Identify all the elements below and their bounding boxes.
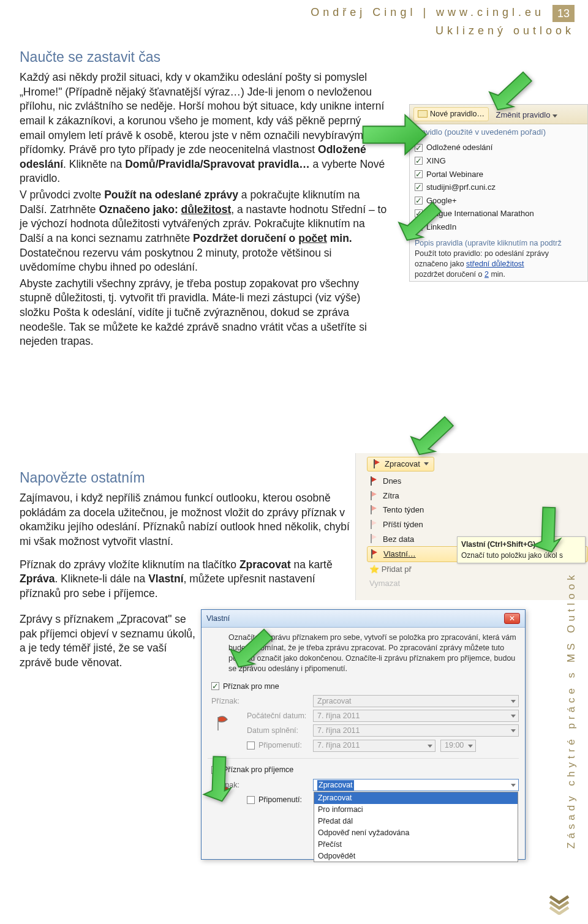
page-number: 13 xyxy=(552,5,575,22)
rule-item[interactable]: LinkedIn xyxy=(410,220,587,234)
change-rule-button[interactable]: Změnit pravidlo xyxy=(496,110,558,119)
section2-title: Napovězte ostatním xyxy=(20,468,350,487)
header-author: Ondřej Cingl | www.cingl.eu xyxy=(311,5,545,20)
rule-item[interactable]: Odložené odeslání xyxy=(410,141,587,154)
section1-body2: V průvodci zvolte Použít na odeslané zpr… xyxy=(20,188,387,275)
section2-body3: Zprávy s příznakem „Zpracovat" se pak př… xyxy=(20,612,197,670)
flag-icon xyxy=(372,459,381,469)
rules-caption: Pravidlo (použité v uvedeném pořadí) xyxy=(410,124,587,140)
svg-point-0 xyxy=(216,792,224,800)
flag-icon xyxy=(369,476,378,486)
close-button[interactable]: ✕ xyxy=(504,613,520,624)
flag-icon xyxy=(369,505,378,515)
recipient-flag-dropdown[interactable]: Zpracovat Zpracovat Pro informaci Předat… xyxy=(313,779,519,791)
section2-body2: Příznak do zprávy vložíte kliknutím na t… xyxy=(20,558,350,601)
checkbox-icon[interactable] xyxy=(415,170,423,178)
checkbox-icon[interactable] xyxy=(415,144,423,152)
footer-chevrons-icon xyxy=(549,894,570,919)
due-date-dropdown[interactable]: 7. října 2011 xyxy=(313,724,519,737)
followup-menu-screenshot: Zpracovat Dnes Zítra Tento týden Příští … xyxy=(355,453,588,600)
checkbox-icon[interactable] xyxy=(415,209,423,217)
section1-title: Naučte se zastavit čas xyxy=(20,48,387,67)
checkbox-icon[interactable] xyxy=(211,766,219,774)
dropdown-option[interactable]: Odpovědět xyxy=(314,851,518,862)
header-subtitle: Uklizený outlook xyxy=(311,23,575,38)
checkbox-icon[interactable] xyxy=(415,223,423,231)
tooltip-body: Označí tuto položku jako úkol s xyxy=(461,550,581,560)
followup-item[interactable]: Tento týden xyxy=(367,503,588,517)
checkbox-icon[interactable] xyxy=(415,157,423,165)
envelope-icon xyxy=(418,110,428,118)
dropdown-option[interactable]: Předat dál xyxy=(314,816,518,827)
flag-for-me-checkbox[interactable]: Příznak pro mne xyxy=(211,680,519,693)
checkbox-icon[interactable] xyxy=(415,197,423,205)
dialog-title: Vlastní xyxy=(206,614,230,624)
page-header: Ondřej Cingl | www.cingl.eu 13 Uklizený … xyxy=(311,5,575,39)
label-due: Datum splnění: xyxy=(247,726,308,736)
tooltip-title: Vlastní (Ctrl+Shift+G) xyxy=(461,539,581,549)
reminder-date-dropdown[interactable]: 7. října 2011 xyxy=(313,740,435,752)
side-caption: Zásady chytré práce s MS Outlook xyxy=(565,551,582,870)
flag-for-recipient-checkbox[interactable]: Příznak pro příjemce xyxy=(211,764,519,776)
reminder-checkbox[interactable]: Připomenutí: xyxy=(247,739,308,752)
flag-icon xyxy=(369,491,378,501)
rule-item[interactable]: XING xyxy=(410,154,587,168)
dropdown-option[interactable]: Zpracovat xyxy=(314,792,518,804)
rule-item[interactable]: studijni@prf.cuni.cz xyxy=(410,181,587,194)
section-stop-time: Naučte se zastavit čas Každý asi někdy p… xyxy=(20,48,387,351)
clear-flag-item[interactable]: Vymazat xyxy=(356,576,588,591)
flag-icon xyxy=(215,716,231,732)
section1-body3: Abyste zachytili všechny zprávy, je třeb… xyxy=(20,277,387,349)
chevron-down-icon xyxy=(552,115,557,118)
add-flag-item[interactable]: ⭐ Přidat př xyxy=(356,562,588,577)
chevron-down-icon xyxy=(424,462,429,465)
start-date-dropdown[interactable]: 7. října 2011 xyxy=(313,710,519,722)
flag-dropdown[interactable]: Zpracovat xyxy=(313,695,519,707)
followup-ribbon-button[interactable]: Zpracovat xyxy=(367,457,434,471)
dropdown-option[interactable]: Pro informaci xyxy=(314,804,518,816)
checkbox-icon[interactable] xyxy=(415,183,423,191)
custom-flag-dialog: Vlastní ✕ Označíte-li zprávu příznakem p… xyxy=(201,609,526,860)
rule-item[interactable]: Google+ xyxy=(410,194,587,208)
dropdown-option[interactable]: Odpověď není vyžadována xyxy=(314,827,518,839)
new-rule-button[interactable]: Nové pravidlo… xyxy=(413,107,489,121)
dialog-intro: Označíte-li zprávu příznakem pro sebe, v… xyxy=(202,628,525,678)
dropdown-option[interactable]: Přečíst xyxy=(314,839,518,851)
label-start: Počáteční datum: xyxy=(247,711,308,721)
followup-item[interactable]: Příští týden xyxy=(367,517,588,532)
rule-item[interactable]: Prague International Marathon xyxy=(410,207,587,220)
flag-recipient-icon xyxy=(215,785,231,801)
section-hint-others: Napovězte ostatním Zajímavou, i když nep… xyxy=(20,468,350,603)
checkbox-icon[interactable] xyxy=(247,796,255,804)
flag-icon xyxy=(369,534,378,544)
label-flag: Příznak: xyxy=(211,696,242,707)
flag-icon xyxy=(369,520,378,530)
reminder-time-dropdown[interactable]: 19:00 xyxy=(440,740,476,752)
recipient-reminder-checkbox[interactable]: Připomenutí: xyxy=(247,794,308,806)
section1-body: Každý asi někdy prožil situaci, kdy v ok… xyxy=(20,70,387,186)
checkbox-icon[interactable] xyxy=(247,742,255,749)
section2-body3-wrap: Zprávy s příznakem „Zpracovat" se pak př… xyxy=(20,612,197,672)
rule-description: Popis pravidla (upravíte kliknutím na po… xyxy=(410,235,587,282)
followup-item[interactable]: Zítra xyxy=(367,489,588,503)
rule-item[interactable]: Portal Webinare xyxy=(410,168,587,181)
dropdown-options: Zpracovat Pro informaci Předat dál Odpov… xyxy=(314,792,518,862)
rules-panel-screenshot: Nové pravidlo… Změnit pravidlo Pravidlo … xyxy=(409,104,588,282)
flag-icon xyxy=(370,549,379,559)
followup-item[interactable]: Dnes xyxy=(367,474,588,489)
rules-list: Odložené odeslání XING Portal Webinare s… xyxy=(410,140,587,235)
dialog-titlebar: Vlastní ✕ xyxy=(202,610,525,628)
checkbox-icon[interactable] xyxy=(211,682,219,690)
section2-body1: Zajímavou, i když nepříliš známou funkcí… xyxy=(20,491,350,549)
